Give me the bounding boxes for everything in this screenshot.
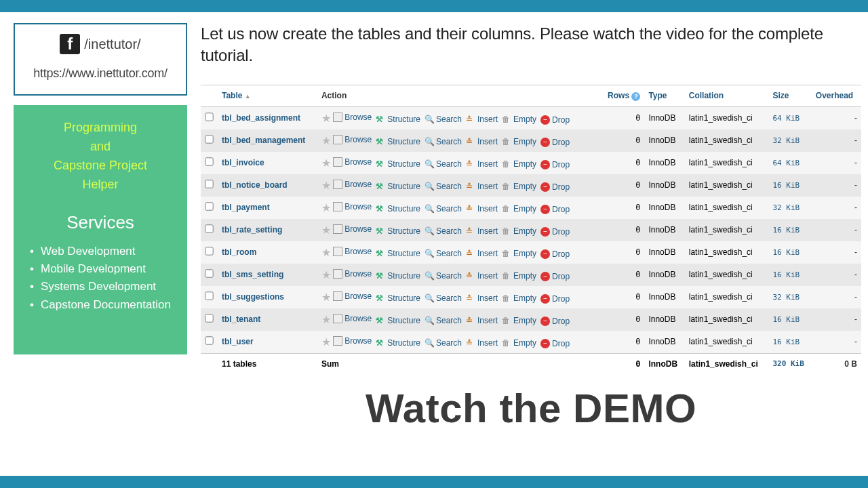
structure-action[interactable]: ⚒ Structure: [376, 226, 420, 236]
insert-action[interactable]: ≛ Insert: [466, 204, 498, 214]
favorite-star-icon[interactable]: ★: [321, 157, 331, 169]
drop-action[interactable]: − Drop: [540, 115, 570, 125]
row-checkbox[interactable]: [205, 337, 213, 345]
table-name[interactable]: tbl_suggestions: [218, 286, 317, 308]
search-action[interactable]: 🔍 Search: [425, 159, 462, 169]
browse-action[interactable]: Browse: [333, 314, 372, 323]
drop-action[interactable]: − Drop: [540, 339, 570, 348]
row-checkbox[interactable]: [205, 292, 213, 300]
col-overhead[interactable]: Overhead: [812, 85, 861, 106]
browse-action[interactable]: Browse: [333, 135, 372, 144]
empty-action[interactable]: 🗑 Empty: [502, 159, 536, 169]
search-action[interactable]: 🔍 Search: [425, 271, 462, 281]
favorite-star-icon[interactable]: ★: [321, 314, 331, 325]
search-action[interactable]: 🔍 Search: [425, 182, 462, 191]
empty-action[interactable]: 🗑 Empty: [502, 271, 536, 281]
browse-action[interactable]: Browse: [333, 269, 372, 279]
empty-action[interactable]: 🗑 Empty: [502, 249, 536, 258]
help-icon[interactable]: ?: [631, 92, 640, 101]
empty-action[interactable]: 🗑 Empty: [502, 182, 536, 191]
structure-action[interactable]: ⚒ Structure: [376, 249, 420, 258]
search-action[interactable]: 🔍 Search: [425, 316, 462, 325]
table-name[interactable]: tbl_user: [218, 331, 317, 354]
row-checkbox[interactable]: [205, 180, 213, 188]
search-action[interactable]: 🔍 Search: [425, 338, 462, 348]
row-checkbox[interactable]: [205, 136, 213, 144]
browse-action[interactable]: Browse: [333, 113, 372, 122]
insert-action[interactable]: ≛ Insert: [466, 182, 498, 191]
empty-action[interactable]: 🗑 Empty: [502, 226, 536, 236]
drop-action[interactable]: − Drop: [540, 205, 570, 214]
favorite-star-icon[interactable]: ★: [321, 180, 331, 191]
insert-action[interactable]: ≛ Insert: [466, 338, 498, 348]
favorite-star-icon[interactable]: ★: [321, 336, 331, 348]
search-action[interactable]: 🔍 Search: [425, 115, 462, 124]
favorite-star-icon[interactable]: ★: [321, 202, 331, 214]
search-action[interactable]: 🔍 Search: [425, 204, 462, 214]
table-name[interactable]: tbl_bed_management: [218, 129, 317, 152]
browse-action[interactable]: Browse: [333, 157, 372, 167]
structure-action[interactable]: ⚒ Structure: [376, 316, 420, 325]
browse-action[interactable]: Browse: [333, 224, 372, 234]
table-name[interactable]: tbl_rate_setting: [218, 219, 317, 241]
insert-action[interactable]: ≛ Insert: [466, 115, 498, 124]
structure-action[interactable]: ⚒ Structure: [376, 115, 420, 124]
insert-action[interactable]: ≛ Insert: [466, 293, 498, 303]
drop-action[interactable]: − Drop: [540, 294, 570, 304]
table-name[interactable]: tbl_notice_board: [218, 174, 317, 197]
col-size[interactable]: Size: [769, 85, 812, 106]
row-checkbox[interactable]: [205, 247, 213, 256]
col-rows[interactable]: Rows ?: [600, 85, 645, 106]
browse-action[interactable]: Browse: [333, 291, 372, 301]
drop-action[interactable]: − Drop: [540, 160, 570, 169]
insert-action[interactable]: ≛ Insert: [466, 316, 498, 325]
favorite-star-icon[interactable]: ★: [321, 113, 331, 124]
table-name[interactable]: tbl_room: [218, 241, 317, 264]
col-table[interactable]: Table ▲: [218, 85, 317, 106]
favorite-star-icon[interactable]: ★: [321, 224, 331, 236]
row-checkbox[interactable]: [205, 203, 213, 211]
browse-action[interactable]: Browse: [333, 180, 372, 189]
structure-action[interactable]: ⚒ Structure: [376, 182, 420, 191]
row-checkbox[interactable]: [205, 158, 213, 166]
row-checkbox[interactable]: [205, 225, 213, 233]
search-action[interactable]: 🔍 Search: [425, 249, 462, 258]
empty-action[interactable]: 🗑 Empty: [502, 338, 536, 348]
structure-action[interactable]: ⚒ Structure: [376, 293, 420, 303]
drop-action[interactable]: − Drop: [540, 138, 570, 147]
structure-action[interactable]: ⚒ Structure: [376, 271, 420, 281]
drop-action[interactable]: − Drop: [540, 272, 570, 281]
drop-action[interactable]: − Drop: [540, 182, 570, 192]
empty-action[interactable]: 🗑 Empty: [502, 293, 536, 303]
col-type[interactable]: Type: [644, 85, 684, 106]
structure-action[interactable]: ⚒ Structure: [376, 137, 420, 146]
favorite-star-icon[interactable]: ★: [321, 135, 331, 146]
table-name[interactable]: tbl_invoice: [218, 152, 317, 174]
insert-action[interactable]: ≛ Insert: [466, 159, 498, 169]
insert-action[interactable]: ≛ Insert: [466, 249, 498, 258]
table-name[interactable]: tbl_bed_assignment: [218, 106, 317, 129]
browse-action[interactable]: Browse: [333, 202, 372, 211]
structure-action[interactable]: ⚒ Structure: [376, 159, 420, 169]
empty-action[interactable]: 🗑 Empty: [502, 115, 536, 124]
table-name[interactable]: tbl_payment: [218, 197, 317, 219]
table-name[interactable]: tbl_tenant: [218, 308, 317, 331]
insert-action[interactable]: ≛ Insert: [466, 137, 498, 146]
empty-action[interactable]: 🗑 Empty: [502, 137, 536, 146]
favorite-star-icon[interactable]: ★: [321, 269, 331, 281]
search-action[interactable]: 🔍 Search: [425, 137, 462, 146]
insert-action[interactable]: ≛ Insert: [466, 226, 498, 236]
search-action[interactable]: 🔍 Search: [425, 293, 462, 303]
row-checkbox[interactable]: [205, 270, 213, 278]
favorite-star-icon[interactable]: ★: [321, 247, 331, 258]
drop-action[interactable]: − Drop: [540, 249, 570, 259]
empty-action[interactable]: 🗑 Empty: [502, 316, 536, 325]
row-checkbox[interactable]: [205, 314, 213, 323]
browse-action[interactable]: Browse: [333, 336, 372, 346]
structure-action[interactable]: ⚒ Structure: [376, 204, 420, 214]
structure-action[interactable]: ⚒ Structure: [376, 338, 420, 348]
empty-action[interactable]: 🗑 Empty: [502, 204, 536, 214]
drop-action[interactable]: − Drop: [540, 227, 570, 237]
col-collation[interactable]: Collation: [685, 85, 769, 106]
table-name[interactable]: tbl_sms_setting: [218, 264, 317, 286]
